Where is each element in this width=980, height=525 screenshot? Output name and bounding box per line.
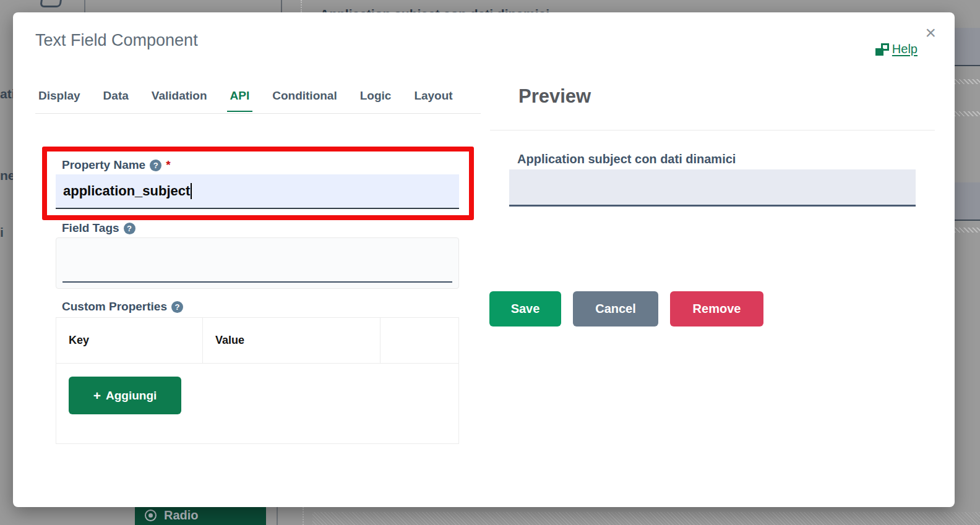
dashed-divider <box>301 0 302 12</box>
text-field-component-dialog: Text Field Component × Help Display Data… <box>13 12 955 507</box>
property-name-label: Property Name ? * <box>62 158 171 172</box>
backdrop-bottom: Radio <box>0 507 980 525</box>
background-field-label: Application subject con dati dinamici <box>320 7 549 12</box>
edit-icon <box>40 0 63 7</box>
backdrop-top: Application subject con dati dinamici <box>0 0 980 12</box>
radio-icon <box>145 510 157 521</box>
input-underline <box>62 281 452 283</box>
field-tags-input[interactable] <box>56 237 459 289</box>
property-name-input[interactable]: application_subject <box>56 174 459 209</box>
settings-tabs: Display Data Validation API Conditional … <box>35 84 481 114</box>
add-property-button-label: Aggiungi <box>106 389 157 403</box>
divider <box>84 0 85 12</box>
dialog-title: Text Field Component <box>35 31 198 50</box>
preview-field-label: Application subject con dati dinamici <box>517 152 736 166</box>
tab-layout[interactable]: Layout <box>411 84 455 112</box>
dashed-divider <box>303 507 304 525</box>
close-icon[interactable]: × <box>925 23 936 42</box>
divider <box>277 507 278 525</box>
required-asterisk: * <box>166 158 170 172</box>
column-header-key: Key <box>56 318 203 363</box>
background-text-fragment: i <box>0 225 13 240</box>
column-header-value: Value <box>203 318 380 363</box>
background-text-fragment: ne <box>0 168 13 183</box>
add-property-button[interactable]: + Aggiungi <box>69 377 181 414</box>
preview-text-input[interactable] <box>509 169 916 207</box>
backdrop-left: ati ne i <box>0 12 13 507</box>
external-window-icon <box>875 43 889 56</box>
help-question-icon[interactable]: ? <box>124 223 135 234</box>
background-panel <box>955 28 980 66</box>
radio-component-button: Radio <box>135 507 266 525</box>
cancel-button[interactable]: Cancel <box>573 291 658 327</box>
background-text-fragment: ati <box>0 87 13 101</box>
background-dropzone <box>312 512 980 525</box>
custom-properties-label: Custom Properties ? <box>62 300 183 314</box>
dialog-actions: Save Cancel Remove <box>489 291 763 327</box>
background-dropzone <box>955 79 980 84</box>
field-tags-text-input[interactable] <box>62 241 452 281</box>
text-cursor <box>191 183 192 199</box>
custom-properties-table: Key Value + Aggiungi <box>56 317 459 444</box>
help-question-icon[interactable]: ? <box>150 160 161 171</box>
help-question-icon[interactable]: ? <box>171 301 183 313</box>
tab-data[interactable]: Data <box>100 84 132 112</box>
radio-component-label: Radio <box>164 508 199 523</box>
tab-logic[interactable]: Logic <box>357 84 395 112</box>
backdrop-right <box>955 12 980 507</box>
background-dropzone <box>955 228 980 233</box>
divider <box>281 0 282 12</box>
table-body: + Aggiungi <box>56 364 458 443</box>
column-header-actions <box>380 318 458 363</box>
tab-display[interactable]: Display <box>35 84 84 112</box>
help-link-label: Help <box>892 42 918 56</box>
remove-button[interactable]: Remove <box>670 291 763 327</box>
tab-validation[interactable]: Validation <box>148 84 210 112</box>
field-tags-label: Field Tags ? <box>62 221 135 235</box>
preview-divider <box>490 130 935 130</box>
preview-heading: Preview <box>518 85 591 108</box>
background-panel <box>955 182 980 221</box>
help-link[interactable]: Help <box>875 42 918 56</box>
background-dropzone <box>955 111 980 116</box>
plus-icon: + <box>93 388 101 403</box>
table-header-row: Key Value <box>56 318 458 364</box>
save-button[interactable]: Save <box>489 291 561 327</box>
tab-conditional[interactable]: Conditional <box>269 84 340 112</box>
tab-api[interactable]: API <box>227 84 253 112</box>
property-name-value: application_subject <box>63 183 190 199</box>
